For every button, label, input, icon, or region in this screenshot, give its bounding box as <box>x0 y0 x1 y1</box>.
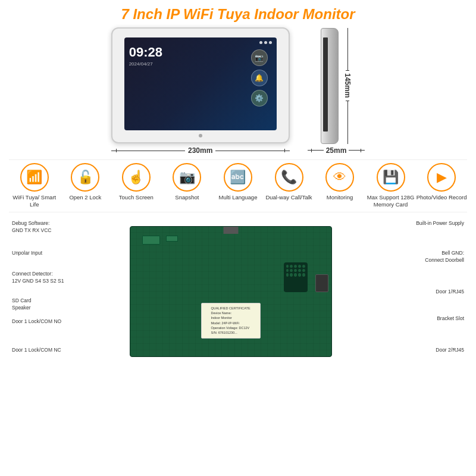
monitor-microphone <box>199 134 202 137</box>
screen-app-icons: 📷 🔔 ⚙️ <box>251 49 268 107</box>
feature-icon-memory: 💾 <box>377 163 405 192</box>
label-power: Built-in Power Supply <box>416 220 464 226</box>
feature-label-lock: Open 2 Lock <box>69 194 101 201</box>
monitor-front-container: 09:28 2024/04/27 📷 🔔 ⚙️ <box>111 27 290 155</box>
monitor-screen: 09:28 2024/04/27 📷 🔔 ⚙️ <box>124 37 277 130</box>
feature-snapshot: 📷Snapshot <box>162 163 212 201</box>
monitor-section: 09:28 2024/04/27 📷 🔔 ⚙️ <box>9 27 467 155</box>
monitor-side-view <box>321 28 339 144</box>
feature-icon-lock: 🔓 <box>71 163 99 192</box>
features-row: 📶WiFi Tuya/ Smart Life🔓Open 2 Lock☝Touch… <box>9 159 467 212</box>
app-icon-2: 🔔 <box>251 70 268 86</box>
feature-wifi: 📶WiFi Tuya/ Smart Life <box>9 163 60 209</box>
pcb-component-1 <box>142 236 160 245</box>
feature-label-call: Dual-way Call/Talk <box>265 194 312 201</box>
feature-label-touch: Touch Screen <box>119 194 154 201</box>
feature-label-video: Photo/Video Record <box>416 194 467 201</box>
screen-status-icons <box>259 41 272 44</box>
feature-icon-video: ▶ <box>427 163 456 192</box>
status-icon-3 <box>269 41 272 44</box>
feature-monitor: 👁Monitoring <box>315 163 365 201</box>
pcb-image: QUALIFIED CERTIFICATE Device Name: Indoo… <box>130 226 332 357</box>
feature-icon-call: 📞 <box>275 163 303 192</box>
feature-label-monitor: Monitoring <box>327 194 353 201</box>
width-label: 230mm <box>188 146 212 155</box>
status-icon-1 <box>259 41 262 44</box>
speaker-grille <box>284 262 308 292</box>
pcb-top-connector <box>223 226 238 234</box>
status-icon-2 <box>264 41 267 44</box>
ethernet-port <box>315 274 328 292</box>
pcb-board: QUALIFIED CERTIFICATE Device Name: Indoo… <box>86 217 375 366</box>
feature-icon-language: 🔤 <box>224 163 252 192</box>
label-connect-detector: Connect Detector:12V GND S4 S3 S2 S1 <box>12 271 64 285</box>
label-door1-nc: Door 1 Lock/COM NC <box>12 347 61 353</box>
feature-memory: 💾Max Support 128G Memory Card <box>365 163 416 209</box>
feature-icon-monitor: 👁 <box>325 163 354 192</box>
page-container: 7 Inch IP WiFi Tuya Indoor Monitor 09:28… <box>0 0 476 476</box>
feature-touch: ☝Touch Screen <box>111 163 161 201</box>
label-bracket-slot: Bracket Slot <box>437 315 464 321</box>
label-unpolar: Unpolar Input <box>12 250 42 256</box>
feature-lock: 🔓Open 2 Lock <box>60 163 111 201</box>
feature-icon-wifi: 📶 <box>20 163 49 192</box>
feature-icon-snapshot: 📷 <box>173 163 201 192</box>
screen-time: 09:28 <box>129 45 272 60</box>
height-label: 145mm <box>343 71 352 100</box>
chip-text: QUALIFIED CERTIFICATE Device Name: Indoo… <box>209 304 252 337</box>
feature-language: 🔤Multi Language <box>212 163 263 201</box>
pcb-section: Debug Software:GND TX RX VCC Unpolar Inp… <box>9 217 467 366</box>
feature-label-memory: Max Support 128G Memory Card <box>365 194 416 209</box>
label-door1-no: Door 1 Lock/COM NO <box>12 318 61 324</box>
pcb-labels-left: Debug Software:GND TX RX VCC Unpolar Inp… <box>9 217 86 366</box>
label-sd-speaker: SD CardSpeaker <box>12 298 32 312</box>
page-title: 7 Inch IP WiFi Tuya Indoor Monitor <box>9 6 467 23</box>
feature-label-wifi: WiFi Tuya/ Smart Life <box>9 194 60 209</box>
app-icon-1: 📷 <box>251 49 268 66</box>
label-bell-gnd: Bell GND:Connect Doorbell <box>425 250 464 264</box>
feature-call: 📞Dual-way Call/Talk <box>264 163 314 201</box>
monitor-side-container: 145mm 25mm <box>308 28 365 155</box>
screen-date: 2024/04/27 <box>129 61 272 67</box>
label-debug: Debug Software:GND TX RX VCC <box>12 220 51 234</box>
pcb-component-2 <box>166 236 178 242</box>
app-icon-3: ⚙️ <box>251 90 268 107</box>
label-door1-rj45: Door 1/RJ45 <box>436 289 464 295</box>
label-door2-rj45: Door 2/RJ45 <box>436 347 464 353</box>
feature-label-language: Multi Language <box>218 194 257 201</box>
monitor-front: 09:28 2024/04/27 📷 🔔 ⚙️ <box>111 27 290 143</box>
pcb-labels-right: Built-in Power Supply Bell GND:Connect D… <box>375 217 467 366</box>
certificate-chip: QUALIFIED CERTIFICATE Device Name: Indoo… <box>201 303 261 339</box>
feature-video: ▶Photo/Video Record <box>416 163 467 201</box>
width-dimension: 230mm <box>111 146 290 155</box>
feature-icon-touch: ☝ <box>122 163 151 192</box>
feature-label-snapshot: Snapshot <box>175 194 199 201</box>
side-screen <box>323 37 328 131</box>
depth-label: 25mm <box>326 146 347 155</box>
